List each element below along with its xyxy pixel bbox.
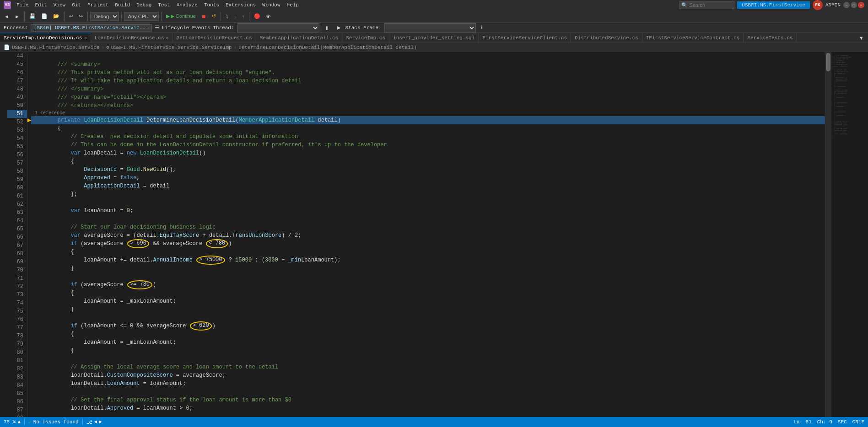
tab-get-loan[interactable]: GetLoanDecisionRequest.cs: [173, 33, 256, 43]
code-line-46: /// This private method will act as our …: [31, 69, 825, 77]
menu-git[interactable]: Git: [69, 1, 84, 9]
line-num-75: 75: [7, 307, 27, 315]
menu-bar: File Edit View Git Project Build Debug T…: [14, 1, 677, 9]
tab-serviceImp-loan[interactable]: ServiceImp.LoanDecision.cs ✕: [0, 33, 91, 43]
menu-help[interactable]: Help: [284, 1, 302, 9]
tab-firstservice-client[interactable]: FirstServiceServiceClient.cs: [479, 33, 571, 43]
menu-file[interactable]: File: [14, 1, 31, 9]
step-into[interactable]: ↓: [232, 11, 239, 21]
thread-pause[interactable]: ⏸: [322, 23, 332, 33]
menu-analyze[interactable]: Analyze: [174, 1, 200, 9]
toolbar-new[interactable]: 📄: [39, 11, 50, 21]
tab-servicetests[interactable]: ServiceTests.cs: [744, 33, 797, 43]
breadcrumb-method[interactable]: DetermineLoanDecisionDetail(MemberApplic…: [238, 45, 416, 50]
lifecycle-label: ☰: [155, 25, 159, 31]
cpu-dropdown[interactable]: Any CPU: [124, 12, 159, 21]
spacing-status[interactable]: SPC: [838, 419, 847, 425]
line-num-66: 66: [7, 233, 27, 241]
menu-build[interactable]: Build: [112, 1, 133, 9]
thread-resume[interactable]: ▶: [334, 23, 343, 33]
issues-status[interactable]: ✓ No issues found: [28, 419, 79, 425]
editor-content[interactable]: /// <summary> /// This private method wi…: [27, 52, 825, 417]
tab-label: ServiceImp.cs: [346, 35, 385, 41]
line-num-64: 64: [7, 217, 27, 225]
stack-label: Stack Frame:: [345, 25, 382, 31]
tab-close[interactable]: ✕: [84, 35, 87, 41]
watch-btn[interactable]: 👁: [264, 11, 273, 21]
breadcrumb-class[interactable]: USBFI.MS.FirstService.Service.ServiceImp: [111, 45, 232, 50]
code-line-73: loanAmount = _maxLoanAmount;: [31, 297, 825, 305]
minimize-button[interactable]: —: [843, 2, 850, 8]
code-line-66: if (averageScore > 690 && averageScore <…: [31, 240, 825, 248]
close-button[interactable]: ✕: [858, 2, 864, 8]
tab-insert-provider[interactable]: insert_provider_setting.sql: [389, 33, 479, 43]
lifecycle-text[interactable]: Lifecycle Events: [162, 25, 210, 31]
search-input[interactable]: [679, 1, 734, 9]
maximize-button[interactable]: □: [851, 2, 857, 8]
tab-label: GetLoanDecisionRequest.cs: [177, 35, 252, 41]
line-num-82: 82: [7, 365, 27, 373]
menu-debug[interactable]: Debug: [134, 1, 154, 9]
line-num-77: 77: [7, 324, 27, 332]
menu-tools[interactable]: Tools: [201, 1, 222, 9]
thread-dropdown[interactable]: [237, 23, 319, 32]
encoding-status[interactable]: CRLF: [852, 419, 864, 425]
code-line-53: // Createa new decision detail and popul…: [31, 133, 825, 141]
line-num-80: 80: [7, 348, 27, 357]
user-badge: PK: [813, 0, 823, 10]
toolbar-undo[interactable]: ↩: [67, 11, 75, 21]
code-line-71: if (averageScore >= 780): [31, 281, 825, 289]
toolbar-back[interactable]: ◄: [2, 11, 11, 21]
menu-view[interactable]: View: [51, 1, 68, 9]
breadcrumb-project[interactable]: USBFI.MS.FirstService.Service: [12, 45, 99, 50]
code-line-72: {: [31, 289, 825, 297]
toolbar-save[interactable]: 💾: [27, 11, 38, 21]
menu-test[interactable]: Test: [155, 1, 173, 9]
zoom-control[interactable]: 75 % ▲: [4, 419, 21, 425]
toolbar-redo[interactable]: ↪: [76, 11, 85, 21]
gutter: [0, 52, 7, 417]
tab-close[interactable]: ✕: [166, 35, 169, 41]
vertical-scrollbar[interactable]: [825, 52, 831, 417]
toolbar-open[interactable]: 📂: [51, 11, 62, 21]
line-num-79: 79: [7, 340, 27, 348]
continue-button[interactable]: ▶ ▶ Continue: [164, 11, 198, 21]
line-number-status[interactable]: Ln: 51: [793, 419, 812, 425]
menu-window[interactable]: Window: [259, 1, 283, 9]
tab-serviceimp[interactable]: ServiceImp.cs: [342, 33, 389, 43]
code-line-60: };: [31, 190, 825, 198]
toolbar-forward[interactable]: ►: [12, 11, 22, 21]
search-icon: 🔍: [681, 2, 688, 8]
menu-extensions[interactable]: Extensions: [223, 1, 259, 9]
tabs-overflow[interactable]: ▼: [857, 33, 866, 43]
line-num-61: 61: [7, 192, 27, 200]
code-line-59: ApplicationDetail = detail: [31, 182, 825, 190]
debug-config-dropdown[interactable]: Debug: [90, 12, 119, 21]
menu-edit[interactable]: Edit: [32, 1, 49, 9]
line-num-62: 62: [7, 200, 27, 208]
tab-label: DistributedService.cs: [575, 35, 638, 41]
breakpoint-btn[interactable]: 🔴: [252, 11, 263, 21]
code-line-68: loanAmount += detail.AnnualIncome > 7500…: [31, 256, 825, 264]
line-num-53: 53: [7, 126, 27, 134]
code-line-57: DecisionId = Guid.NewGuid(),: [31, 165, 825, 174]
git-branch[interactable]: ⎇ ◄ ►: [86, 419, 102, 425]
tab-member-app[interactable]: MemberApplicationDetail.cs: [256, 33, 343, 43]
code-line-82: loanDetail.CustomCompositeScore = averag…: [31, 371, 825, 379]
tab-label: ServiceImp.LoanDecision.cs: [4, 35, 82, 41]
tab-distributed[interactable]: DistributedService.cs: [571, 33, 642, 43]
line-num-69: 69: [7, 258, 27, 266]
column-status[interactable]: Ch: 9: [817, 419, 832, 425]
restart-button[interactable]: ↺: [210, 11, 218, 21]
stack-dropdown[interactable]: [384, 23, 476, 32]
tab-label: IFirstServiceServiceContract.cs: [646, 35, 740, 41]
tab-ifirstservice[interactable]: IFirstServiceServiceContract.cs: [642, 33, 744, 43]
code-line-56: {: [31, 157, 825, 165]
code-line-69: }: [31, 264, 825, 272]
step-out[interactable]: ↑: [239, 11, 247, 21]
menu-project[interactable]: Project: [85, 1, 111, 9]
stack-info[interactable]: ℹ: [479, 23, 485, 33]
tab-loan-response[interactable]: LoanDecisionResponse.cs ✕: [91, 33, 173, 43]
step-over[interactable]: ⤵: [223, 11, 231, 21]
stop-button[interactable]: ⏹: [199, 11, 209, 21]
